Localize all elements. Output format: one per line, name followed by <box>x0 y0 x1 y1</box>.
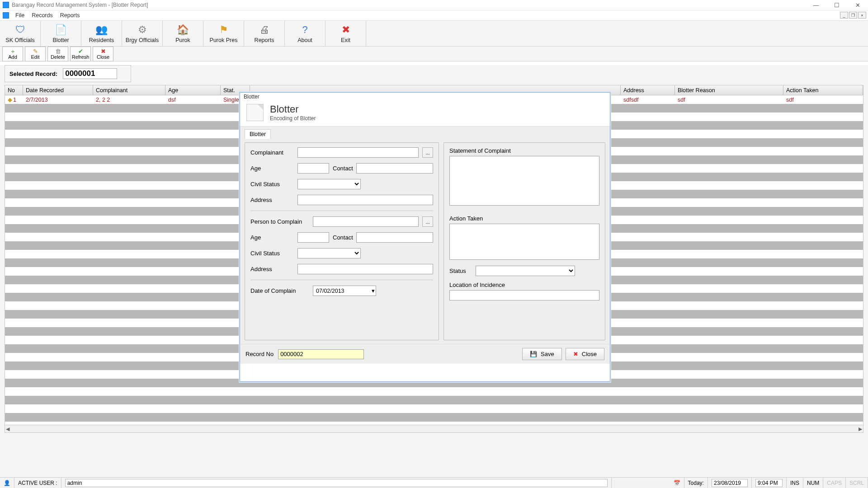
action-taken-textarea[interactable] <box>449 224 599 260</box>
brgy-officials-button[interactable]: ⚙Brgy Officials <box>122 21 163 46</box>
menu-records[interactable]: Records <box>28 11 57 20</box>
purok-pres-button[interactable]: ⚑Purok Pres <box>203 21 244 46</box>
refresh-button-icon: ✔ <box>78 48 83 54</box>
brgy-officials-button-icon: ⚙ <box>136 23 149 36</box>
statement-textarea[interactable] <box>449 156 599 206</box>
close-button[interactable]: ✖Close <box>93 47 113 61</box>
close-icon: ✖ <box>573 351 578 357</box>
civil-status-select[interactable] <box>297 179 361 189</box>
add-button[interactable]: ＋Add <box>2 47 23 61</box>
purok-button-icon: 🏠 <box>177 23 189 36</box>
age-input[interactable] <box>297 163 329 174</box>
minimize-button[interactable]: — <box>806 0 826 10</box>
date-complain-picker[interactable]: 07/02/2013 ▾ <box>313 286 376 296</box>
blotter-button-icon: 📄 <box>55 23 67 36</box>
statement-label: Statement of Complaint <box>449 147 599 154</box>
ins-indicator: INS <box>787 478 803 488</box>
reports-button[interactable]: 🖨Reports <box>244 21 285 46</box>
selected-record-panel: Selected Record: <box>5 65 131 82</box>
address-label: Address <box>250 197 294 203</box>
edit-button-icon: ✎ <box>33 48 38 54</box>
selected-record-input[interactable] <box>63 68 117 79</box>
purok-button[interactable]: 🏠Purok <box>163 21 203 46</box>
today-label: Today: <box>684 478 708 488</box>
delete-button[interactable]: 🗑Delete <box>47 47 68 61</box>
cell-date: 2/7/2013 <box>23 95 93 104</box>
status-select[interactable] <box>476 266 575 276</box>
delete-button-icon: 🗑 <box>55 48 61 54</box>
statusbar: 👤 ACTIVE USER : 📅 Today: INS NUM CAPS SC… <box>0 477 868 488</box>
close-window-button[interactable]: ✕ <box>847 0 868 10</box>
contact2-input[interactable] <box>356 232 433 243</box>
complainant-label: Complainant <box>250 149 294 156</box>
person-input[interactable] <box>313 216 419 227</box>
horizontal-scrollbar[interactable]: ◀▶ <box>5 425 863 432</box>
today-time <box>755 479 783 487</box>
contact-label: Contact <box>333 165 353 172</box>
mdi-close[interactable]: × <box>858 12 866 19</box>
record-no-input[interactable] <box>278 349 364 359</box>
cell-complainant: 2, 2 2 <box>93 95 165 104</box>
address2-input[interactable] <box>297 264 433 274</box>
left-panel: Complainant ... Age Contact Civil Status… <box>245 142 439 340</box>
blotter-dialog: Blotter Blotter Encoding of Blotter Blot… <box>240 92 610 382</box>
titlebar: Barangay Record Management System - [Blo… <box>0 0 868 10</box>
active-user-input[interactable] <box>65 479 608 487</box>
caps-indicator: CAPS <box>823 478 846 488</box>
user-icon: 👤 <box>4 480 10 486</box>
tab-blotter[interactable]: Blotter <box>245 129 271 139</box>
mdi-minimize[interactable]: _ <box>840 12 848 19</box>
age2-input[interactable] <box>297 232 329 243</box>
add-button-icon: ＋ <box>10 48 16 54</box>
today-date <box>712 479 748 487</box>
person-label: Person to Complain <box>250 218 309 225</box>
sk-officials-button[interactable]: 🛡SK Officials <box>0 21 41 46</box>
blotter-button[interactable]: 📄Blotter <box>41 21 81 46</box>
dialog-subheading: Encoding of Blotter <box>270 115 316 122</box>
document-icon <box>246 104 264 121</box>
sub-toolbar: ＋Add✎Edit🗑Delete✔Refresh✖Close <box>0 47 868 61</box>
menu-file[interactable]: File <box>12 11 28 20</box>
th-age[interactable]: Age <box>165 85 221 95</box>
menubar: File Records Reports _ ❐ × <box>0 10 868 21</box>
active-user-label: ACTIVE USER : <box>14 478 61 488</box>
th-complainant[interactable]: Complainant <box>93 85 165 95</box>
exit-button[interactable]: ✖Exit <box>326 21 366 46</box>
location-input[interactable] <box>449 290 599 300</box>
menu-reports[interactable]: Reports <box>57 11 84 20</box>
th-no[interactable]: No <box>5 85 23 95</box>
dialog-heading: Blotter <box>270 103 316 115</box>
right-panel: Statement of Complaint Action Taken Stat… <box>443 142 605 340</box>
complainant-browse-button[interactable]: ... <box>422 147 433 158</box>
residents-button[interactable]: 👥Residents <box>81 21 122 46</box>
date-complain-label: Date of Complain <box>250 287 309 294</box>
complainant-input[interactable] <box>297 147 419 158</box>
cell-age: dsf <box>165 95 221 104</box>
age-label: Age <box>250 165 294 172</box>
cell-address: sdfsdf <box>621 95 675 104</box>
person-browse-button[interactable]: ... <box>422 216 433 227</box>
exit-button-icon: ✖ <box>340 23 352 36</box>
save-button[interactable]: 💾 Save <box>522 348 562 360</box>
mdi-restore[interactable]: ❐ <box>849 12 857 19</box>
th-date[interactable]: Date Recorded <box>23 85 93 95</box>
contact-input[interactable] <box>356 163 433 174</box>
mdi-icon <box>3 12 9 19</box>
residents-button-icon: 👥 <box>95 23 108 36</box>
dialog-close-button[interactable]: ✖ Close <box>566 348 604 360</box>
address2-label: Address <box>250 266 294 272</box>
record-no-label: Record No <box>245 351 274 357</box>
address-input[interactable] <box>297 195 433 205</box>
status-label: Status <box>449 267 472 274</box>
th-address[interactable]: Address <box>621 85 675 95</box>
selected-record-label: Selected Record: <box>9 70 57 77</box>
edit-button[interactable]: ✎Edit <box>25 47 46 61</box>
location-label: Location of Incidence <box>449 282 599 288</box>
maximize-button[interactable]: ☐ <box>826 0 847 10</box>
civil-status2-select[interactable] <box>297 248 361 258</box>
about-button[interactable]: ?About <box>285 21 326 46</box>
th-action[interactable]: Action Taken <box>783 85 863 95</box>
refresh-button[interactable]: ✔Refresh <box>70 47 91 61</box>
contact2-label: Contact <box>333 234 353 241</box>
th-reason[interactable]: Blotter Reason <box>675 85 783 95</box>
